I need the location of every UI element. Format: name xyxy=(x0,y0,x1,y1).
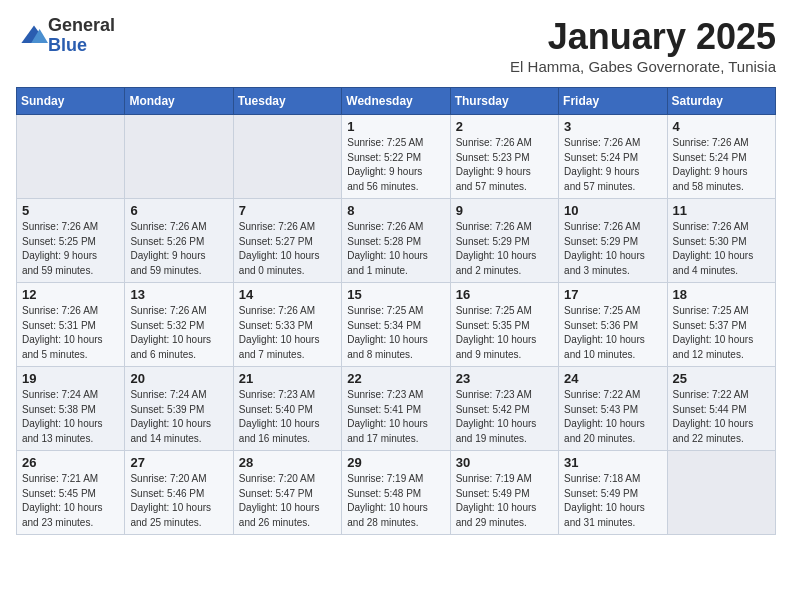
day-number: 25 xyxy=(673,371,770,386)
day-number: 19 xyxy=(22,371,119,386)
calendar-cell: 16Sunrise: 7:25 AM Sunset: 5:35 PM Dayli… xyxy=(450,283,558,367)
cell-content: Sunrise: 7:19 AM Sunset: 5:49 PM Dayligh… xyxy=(456,472,553,530)
calendar-cell: 11Sunrise: 7:26 AM Sunset: 5:30 PM Dayli… xyxy=(667,199,775,283)
calendar-cell: 3Sunrise: 7:26 AM Sunset: 5:24 PM Daylig… xyxy=(559,115,667,199)
cell-content: Sunrise: 7:26 AM Sunset: 5:29 PM Dayligh… xyxy=(456,220,553,278)
calendar-week-row: 12Sunrise: 7:26 AM Sunset: 5:31 PM Dayli… xyxy=(17,283,776,367)
cell-content: Sunrise: 7:25 AM Sunset: 5:22 PM Dayligh… xyxy=(347,136,444,194)
cell-content: Sunrise: 7:26 AM Sunset: 5:27 PM Dayligh… xyxy=(239,220,336,278)
calendar-cell: 8Sunrise: 7:26 AM Sunset: 5:28 PM Daylig… xyxy=(342,199,450,283)
day-number: 6 xyxy=(130,203,227,218)
calendar-week-row: 26Sunrise: 7:21 AM Sunset: 5:45 PM Dayli… xyxy=(17,451,776,535)
day-number: 22 xyxy=(347,371,444,386)
calendar-cell: 9Sunrise: 7:26 AM Sunset: 5:29 PM Daylig… xyxy=(450,199,558,283)
calendar-cell: 7Sunrise: 7:26 AM Sunset: 5:27 PM Daylig… xyxy=(233,199,341,283)
day-number: 28 xyxy=(239,455,336,470)
day-number: 31 xyxy=(564,455,661,470)
calendar-cell: 28Sunrise: 7:20 AM Sunset: 5:47 PM Dayli… xyxy=(233,451,341,535)
title-block: January 2025 El Hamma, Gabes Governorate… xyxy=(510,16,776,75)
calendar-cell: 4Sunrise: 7:26 AM Sunset: 5:24 PM Daylig… xyxy=(667,115,775,199)
cell-content: Sunrise: 7:20 AM Sunset: 5:46 PM Dayligh… xyxy=(130,472,227,530)
day-number: 23 xyxy=(456,371,553,386)
weekday-header: Wednesday xyxy=(342,88,450,115)
cell-content: Sunrise: 7:22 AM Sunset: 5:44 PM Dayligh… xyxy=(673,388,770,446)
calendar-week-row: 5Sunrise: 7:26 AM Sunset: 5:25 PM Daylig… xyxy=(17,199,776,283)
cell-content: Sunrise: 7:24 AM Sunset: 5:38 PM Dayligh… xyxy=(22,388,119,446)
weekday-header: Sunday xyxy=(17,88,125,115)
cell-content: Sunrise: 7:26 AM Sunset: 5:33 PM Dayligh… xyxy=(239,304,336,362)
day-number: 17 xyxy=(564,287,661,302)
day-number: 5 xyxy=(22,203,119,218)
calendar-cell: 17Sunrise: 7:25 AM Sunset: 5:36 PM Dayli… xyxy=(559,283,667,367)
calendar-cell: 20Sunrise: 7:24 AM Sunset: 5:39 PM Dayli… xyxy=(125,367,233,451)
calendar-cell xyxy=(17,115,125,199)
calendar-cell: 6Sunrise: 7:26 AM Sunset: 5:26 PM Daylig… xyxy=(125,199,233,283)
cell-content: Sunrise: 7:25 AM Sunset: 5:36 PM Dayligh… xyxy=(564,304,661,362)
day-number: 18 xyxy=(673,287,770,302)
calendar-cell: 22Sunrise: 7:23 AM Sunset: 5:41 PM Dayli… xyxy=(342,367,450,451)
cell-content: Sunrise: 7:22 AM Sunset: 5:43 PM Dayligh… xyxy=(564,388,661,446)
weekday-header: Monday xyxy=(125,88,233,115)
calendar-cell: 30Sunrise: 7:19 AM Sunset: 5:49 PM Dayli… xyxy=(450,451,558,535)
day-number: 7 xyxy=(239,203,336,218)
calendar-cell: 5Sunrise: 7:26 AM Sunset: 5:25 PM Daylig… xyxy=(17,199,125,283)
cell-content: Sunrise: 7:26 AM Sunset: 5:30 PM Dayligh… xyxy=(673,220,770,278)
calendar-table: SundayMondayTuesdayWednesdayThursdayFrid… xyxy=(16,87,776,535)
calendar-week-row: 1Sunrise: 7:25 AM Sunset: 5:22 PM Daylig… xyxy=(17,115,776,199)
cell-content: Sunrise: 7:23 AM Sunset: 5:41 PM Dayligh… xyxy=(347,388,444,446)
calendar-cell: 12Sunrise: 7:26 AM Sunset: 5:31 PM Dayli… xyxy=(17,283,125,367)
calendar-cell: 25Sunrise: 7:22 AM Sunset: 5:44 PM Dayli… xyxy=(667,367,775,451)
logo: General Blue xyxy=(16,16,115,56)
cell-content: Sunrise: 7:21 AM Sunset: 5:45 PM Dayligh… xyxy=(22,472,119,530)
cell-content: Sunrise: 7:26 AM Sunset: 5:23 PM Dayligh… xyxy=(456,136,553,194)
day-number: 12 xyxy=(22,287,119,302)
calendar-cell: 2Sunrise: 7:26 AM Sunset: 5:23 PM Daylig… xyxy=(450,115,558,199)
calendar-cell xyxy=(125,115,233,199)
weekday-header: Saturday xyxy=(667,88,775,115)
cell-content: Sunrise: 7:18 AM Sunset: 5:49 PM Dayligh… xyxy=(564,472,661,530)
month-title: January 2025 xyxy=(510,16,776,58)
calendar-cell: 21Sunrise: 7:23 AM Sunset: 5:40 PM Dayli… xyxy=(233,367,341,451)
page-header: General Blue January 2025 El Hamma, Gabe… xyxy=(16,16,776,75)
day-number: 9 xyxy=(456,203,553,218)
location-title: El Hamma, Gabes Governorate, Tunisia xyxy=(510,58,776,75)
cell-content: Sunrise: 7:25 AM Sunset: 5:34 PM Dayligh… xyxy=(347,304,444,362)
cell-content: Sunrise: 7:26 AM Sunset: 5:32 PM Dayligh… xyxy=(130,304,227,362)
day-number: 15 xyxy=(347,287,444,302)
cell-content: Sunrise: 7:26 AM Sunset: 5:29 PM Dayligh… xyxy=(564,220,661,278)
cell-content: Sunrise: 7:26 AM Sunset: 5:31 PM Dayligh… xyxy=(22,304,119,362)
calendar-cell: 13Sunrise: 7:26 AM Sunset: 5:32 PM Dayli… xyxy=(125,283,233,367)
weekday-header: Friday xyxy=(559,88,667,115)
cell-content: Sunrise: 7:26 AM Sunset: 5:26 PM Dayligh… xyxy=(130,220,227,278)
cell-content: Sunrise: 7:23 AM Sunset: 5:42 PM Dayligh… xyxy=(456,388,553,446)
day-number: 24 xyxy=(564,371,661,386)
cell-content: Sunrise: 7:26 AM Sunset: 5:24 PM Dayligh… xyxy=(673,136,770,194)
cell-content: Sunrise: 7:26 AM Sunset: 5:24 PM Dayligh… xyxy=(564,136,661,194)
day-number: 14 xyxy=(239,287,336,302)
calendar-cell: 24Sunrise: 7:22 AM Sunset: 5:43 PM Dayli… xyxy=(559,367,667,451)
calendar-cell: 23Sunrise: 7:23 AM Sunset: 5:42 PM Dayli… xyxy=(450,367,558,451)
calendar-cell: 29Sunrise: 7:19 AM Sunset: 5:48 PM Dayli… xyxy=(342,451,450,535)
cell-content: Sunrise: 7:25 AM Sunset: 5:37 PM Dayligh… xyxy=(673,304,770,362)
calendar-week-row: 19Sunrise: 7:24 AM Sunset: 5:38 PM Dayli… xyxy=(17,367,776,451)
weekday-header: Thursday xyxy=(450,88,558,115)
logo-general: General xyxy=(48,16,115,36)
cell-content: Sunrise: 7:23 AM Sunset: 5:40 PM Dayligh… xyxy=(239,388,336,446)
logo-blue: Blue xyxy=(48,36,115,56)
calendar-cell: 19Sunrise: 7:24 AM Sunset: 5:38 PM Dayli… xyxy=(17,367,125,451)
calendar-header: SundayMondayTuesdayWednesdayThursdayFrid… xyxy=(17,88,776,115)
calendar-cell: 18Sunrise: 7:25 AM Sunset: 5:37 PM Dayli… xyxy=(667,283,775,367)
day-number: 2 xyxy=(456,119,553,134)
calendar-cell: 10Sunrise: 7:26 AM Sunset: 5:29 PM Dayli… xyxy=(559,199,667,283)
cell-content: Sunrise: 7:24 AM Sunset: 5:39 PM Dayligh… xyxy=(130,388,227,446)
calendar-cell: 31Sunrise: 7:18 AM Sunset: 5:49 PM Dayli… xyxy=(559,451,667,535)
calendar-cell xyxy=(667,451,775,535)
day-number: 29 xyxy=(347,455,444,470)
day-number: 13 xyxy=(130,287,227,302)
cell-content: Sunrise: 7:25 AM Sunset: 5:35 PM Dayligh… xyxy=(456,304,553,362)
day-number: 4 xyxy=(673,119,770,134)
weekday-row: SundayMondayTuesdayWednesdayThursdayFrid… xyxy=(17,88,776,115)
calendar-cell: 14Sunrise: 7:26 AM Sunset: 5:33 PM Dayli… xyxy=(233,283,341,367)
calendar-cell xyxy=(233,115,341,199)
day-number: 1 xyxy=(347,119,444,134)
